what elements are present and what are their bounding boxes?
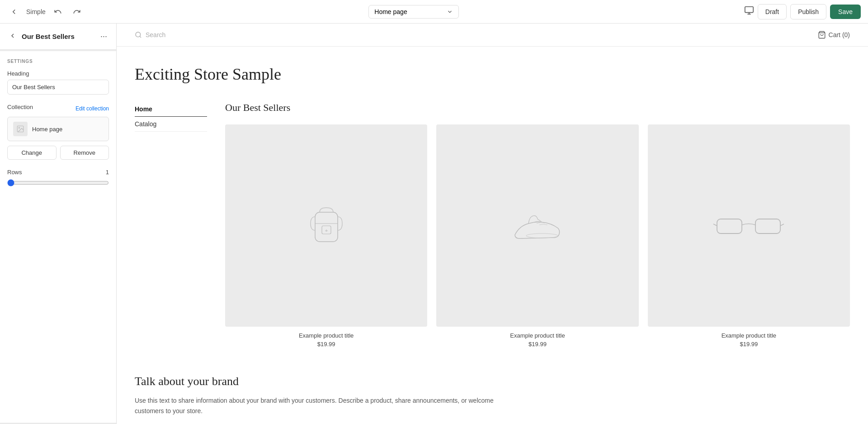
draft-button[interactable]: Draft xyxy=(758,4,787,19)
back-to-editor-button[interactable] xyxy=(7,5,21,19)
svg-rect-12 xyxy=(717,219,742,233)
desktop-preview-icon[interactable] xyxy=(744,5,754,18)
glasses-icon xyxy=(712,208,785,244)
svg-point-11 xyxy=(526,233,558,238)
product-price-3: $19.99 xyxy=(648,341,850,348)
svg-line-15 xyxy=(780,224,784,226)
store-content: Exciting Store Sample Home Catalog Our B… xyxy=(117,47,868,424)
nav-item-catalog[interactable]: Catalog xyxy=(135,117,207,132)
product-price-2: $19.99 xyxy=(436,341,638,348)
save-button[interactable]: Save xyxy=(830,5,861,19)
backpack-icon xyxy=(299,199,354,253)
collection-header: Collection Edit collection xyxy=(7,104,109,113)
collection-name: Home page xyxy=(32,126,62,133)
heading-label: Heading xyxy=(7,70,109,77)
rows-slider[interactable] xyxy=(7,179,109,186)
svg-rect-8 xyxy=(315,212,338,242)
cart-label: Cart (0) xyxy=(829,31,850,38)
sidebar-content: SETTINGS Heading Collection Edit collect… xyxy=(0,52,116,422)
product-image-glasses xyxy=(648,124,850,327)
nav-item-home[interactable]: Home xyxy=(135,102,207,117)
rows-section: Rows 1 xyxy=(7,169,109,188)
page-selector-label: Home page xyxy=(374,8,443,15)
sidebar-header: Our Best Sellers ··· xyxy=(0,24,116,50)
collection-thumbnail xyxy=(13,122,28,136)
edit-collection-link[interactable]: Edit collection xyxy=(75,105,109,112)
store-layout: Home Catalog Our Best Sellers xyxy=(135,102,850,348)
topbar: Simple Home page Draft Publish Save xyxy=(0,0,868,24)
section-title: Our Best Sellers xyxy=(225,102,850,114)
product-price-1: $19.99 xyxy=(225,341,427,348)
preview-area: Search Cart (0) Exciting Store Sample Ho… xyxy=(117,24,868,424)
svg-rect-0 xyxy=(745,7,753,13)
main-layout: Our Best Sellers ··· SETTINGS Heading Co… xyxy=(0,24,868,424)
undo-button[interactable] xyxy=(51,5,65,19)
brand-title: Talk about your brand xyxy=(135,375,850,388)
topbar-left: Simple xyxy=(7,5,84,19)
product-title-3: Example product title xyxy=(648,332,850,339)
search-bar: Search xyxy=(135,31,165,38)
store-header: Search Cart (0) xyxy=(117,24,868,47)
rows-header: Rows 1 xyxy=(7,169,109,176)
store-title: Exciting Store Sample xyxy=(135,65,850,84)
svg-point-4 xyxy=(19,127,19,128)
cart-icon xyxy=(818,31,826,39)
page-selector[interactable]: Home page xyxy=(368,5,459,19)
search-placeholder: Search xyxy=(146,31,165,38)
collection-label: Collection xyxy=(7,104,33,110)
cart-area[interactable]: Cart (0) xyxy=(818,31,850,39)
brand-text: Use this text to share information about… xyxy=(135,395,496,416)
sidebar-title: Our Best Sellers xyxy=(22,33,95,40)
remove-collection-button[interactable]: Remove xyxy=(60,146,109,160)
shoe-icon xyxy=(506,203,569,248)
product-card: Example product title $19.99 xyxy=(225,124,427,348)
sidebar: Our Best Sellers ··· SETTINGS Heading Co… xyxy=(0,24,117,424)
svg-point-5 xyxy=(136,32,141,37)
store-nav: Home Catalog xyxy=(135,102,207,348)
products-section: Our Best Sellers xyxy=(225,102,850,348)
svg-line-14 xyxy=(713,224,717,226)
collection-actions: Change Remove xyxy=(7,146,109,160)
change-collection-button[interactable]: Change xyxy=(7,146,57,160)
svg-line-6 xyxy=(140,36,141,38)
topbar-right: Draft Publish Save xyxy=(744,4,861,19)
heading-input[interactable] xyxy=(7,80,109,95)
publish-button[interactable]: Publish xyxy=(790,4,826,19)
product-title-1: Example product title xyxy=(225,332,427,339)
brand-section: Talk about your brand Use this text to s… xyxy=(135,375,850,424)
sidebar-more-button[interactable]: ··· xyxy=(99,30,109,43)
chevron-down-icon xyxy=(447,9,453,15)
settings-label: SETTINGS xyxy=(7,59,109,64)
product-image-shoe xyxy=(436,124,638,327)
collection-box: Home page xyxy=(7,117,109,141)
sidebar-back-button[interactable] xyxy=(7,30,18,43)
svg-rect-13 xyxy=(755,219,780,233)
heading-field-group: Heading xyxy=(7,70,109,95)
redo-button[interactable] xyxy=(70,5,84,19)
product-card: Example product title $19.99 xyxy=(648,124,850,348)
rows-value: 1 xyxy=(106,169,109,176)
search-icon xyxy=(135,31,142,38)
rows-label: Rows xyxy=(7,169,22,176)
product-title-2: Example product title xyxy=(436,332,638,339)
app-name: Simple xyxy=(26,8,46,15)
topbar-center: Home page xyxy=(368,5,459,19)
products-grid: Example product title $19.99 xyxy=(225,124,850,348)
product-image-backpack xyxy=(225,124,427,327)
collection-field-group: Collection Edit collection Home page Cha… xyxy=(7,104,109,160)
product-card: Example product title $19.99 xyxy=(436,124,638,348)
